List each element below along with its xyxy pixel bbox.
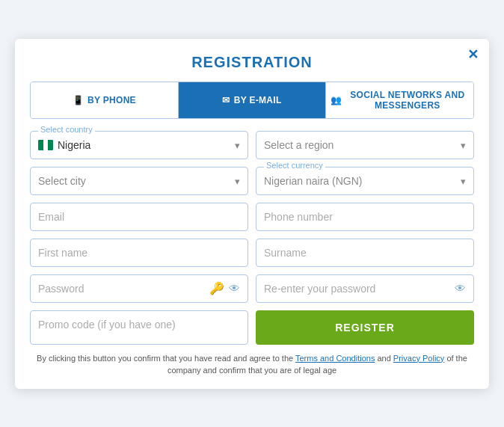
city-select[interactable]: Select city bbox=[38, 172, 240, 190]
tab-social[interactable]: 👥 SOCIAL NETWORKS AND MESSENGERS bbox=[326, 82, 473, 118]
reenter-wrapper: 👁 bbox=[264, 280, 466, 298]
currency-select[interactable]: Nigerian naira (NGN) bbox=[264, 172, 466, 190]
region-wrapper: Select a region ▾ bbox=[264, 136, 466, 154]
register-button[interactable]: REGISTER bbox=[256, 310, 474, 345]
phone-icon: 📱 bbox=[73, 95, 84, 105]
surname-input[interactable] bbox=[264, 244, 466, 262]
key-icon[interactable]: 🔑 bbox=[209, 281, 224, 295]
promo-register-row: REGISTER bbox=[30, 310, 474, 345]
svg-rect-0 bbox=[38, 140, 43, 150]
currency-label: Select currency bbox=[264, 161, 325, 170]
svg-rect-1 bbox=[43, 140, 48, 150]
reenter-eye-toggle-icon[interactable]: 👁 bbox=[455, 282, 466, 295]
close-button[interactable]: ✕ bbox=[467, 46, 479, 63]
phone-group bbox=[256, 203, 474, 231]
reenter-password-group: 👁 bbox=[256, 274, 474, 303]
footer-between: and bbox=[375, 354, 393, 363]
form-grid: Select country Nigeria ▾ Select a bbox=[30, 131, 474, 303]
terms-link[interactable]: Terms and Conditions bbox=[295, 354, 375, 363]
country-group: Select country Nigeria ▾ bbox=[30, 131, 248, 159]
email-input[interactable] bbox=[38, 208, 240, 226]
promo-input[interactable] bbox=[38, 316, 240, 334]
password-group: 🔑 👁 bbox=[30, 274, 248, 303]
city-wrapper: Select city ▾ bbox=[38, 172, 240, 190]
password-wrapper: 🔑 👁 bbox=[38, 280, 240, 298]
tabs-container: 📱 BY PHONE ✉ BY E-MAIL 👥 SOCIAL NETWORKS… bbox=[30, 82, 474, 119]
nigeria-flag bbox=[38, 140, 53, 150]
tab-by-email-label: BY E-MAIL bbox=[234, 95, 282, 105]
promo-group bbox=[30, 310, 248, 345]
currency-group: Select currency Nigerian naira (NGN) ▾ bbox=[256, 167, 474, 195]
currency-wrapper: Nigerian naira (NGN) ▾ bbox=[264, 172, 466, 190]
firstname-group bbox=[30, 239, 248, 267]
password-icons: 🔑 👁 bbox=[209, 281, 240, 295]
phone-input[interactable] bbox=[264, 208, 466, 226]
footer-text: By clicking this button you confirm that… bbox=[30, 352, 474, 377]
modal-title: REGISTRATION bbox=[30, 54, 474, 71]
email-icon: ✉ bbox=[222, 95, 230, 105]
tab-by-phone-label: BY PHONE bbox=[87, 95, 136, 105]
tab-by-phone[interactable]: 📱 BY PHONE bbox=[31, 82, 179, 118]
region-group: Select a region ▾ bbox=[256, 131, 474, 159]
reenter-password-input[interactable] bbox=[264, 280, 455, 298]
footer-before: By clicking this button you confirm that… bbox=[37, 354, 295, 363]
social-icon: 👥 bbox=[331, 95, 342, 105]
privacy-link[interactable]: Privacy Policy bbox=[393, 354, 444, 363]
email-group bbox=[30, 203, 248, 231]
password-input[interactable] bbox=[38, 280, 209, 298]
tab-by-email[interactable]: ✉ BY E-MAIL bbox=[179, 82, 327, 118]
registration-modal: ✕ REGISTRATION 📱 BY PHONE ✉ BY E-MAIL 👥 … bbox=[15, 39, 489, 389]
eye-toggle-icon[interactable]: 👁 bbox=[229, 282, 240, 295]
surname-group bbox=[256, 239, 474, 267]
country-wrapper: Nigeria ▾ bbox=[38, 136, 240, 154]
city-group: Select city ▾ bbox=[30, 167, 248, 195]
svg-rect-2 bbox=[48, 140, 53, 150]
firstname-input[interactable] bbox=[38, 244, 240, 262]
country-label: Select country bbox=[38, 125, 95, 134]
region-select[interactable]: Select a region bbox=[264, 136, 466, 154]
country-select[interactable]: Nigeria bbox=[58, 136, 240, 154]
reenter-icons: 👁 bbox=[455, 282, 466, 295]
tab-social-label: SOCIAL NETWORKS AND MESSENGERS bbox=[346, 90, 469, 111]
